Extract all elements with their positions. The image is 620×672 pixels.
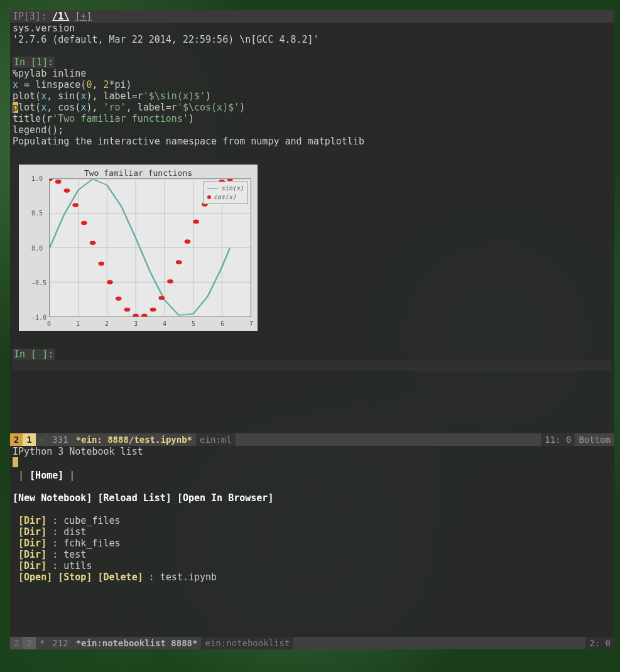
nblist-title: IPython 3 Notebook list <box>13 446 612 457</box>
svg-point-30 <box>193 220 199 224</box>
code-line[interactable]: %pylab inline <box>13 68 612 79</box>
status-line-col: 2: 0 <box>585 637 614 649</box>
mode-name: ein:ml <box>200 435 232 445</box>
in-prompt-row: In [1]: <box>13 57 612 68</box>
code-line[interactable]: sys.version <box>13 23 612 34</box>
status-star: * <box>36 637 48 649</box>
new-notebook-button[interactable]: [New Notebook] <box>13 492 92 504</box>
dir-row: [Dir] : fchk_files <box>13 538 612 549</box>
svg-point-20 <box>107 280 113 285</box>
status-pos: Bottom <box>575 433 614 446</box>
file-name: test.ipynb <box>160 572 217 583</box>
svg-point-26 <box>158 296 165 300</box>
output-line: '2.7.6 (default, Mar 22 2014, 22:59:56) … <box>13 34 612 45</box>
action-row: [New Notebook] [Reload List] [Open In Br… <box>13 492 612 504</box>
dir-name: test <box>63 549 86 560</box>
status-indicator-2: 1 <box>23 433 35 446</box>
spacer <box>13 147 612 158</box>
code-line[interactable]: plot(x, sin(x), label=r'$\sin(x)$') <box>13 90 612 102</box>
status-line-col: 11: 0 <box>541 433 575 446</box>
svg-point-18 <box>90 241 96 246</box>
svg-point-27 <box>167 279 173 284</box>
notebook-pane: IP[3]: /1\ [+] sys.version '2.7.6 (defau… <box>10 10 614 446</box>
file-row: [Open] [Stop] [Delete] : test.ipynb <box>13 572 612 583</box>
delete-button[interactable]: [Delete] <box>97 572 143 583</box>
svg-point-34 <box>227 179 233 181</box>
svg-point-15 <box>64 188 70 193</box>
output-line: Populating the interactive namespace fro… <box>13 136 612 147</box>
mode-line-top: 2 1 - 331 *ein: 8888/test.ipynb* ein:ml … <box>10 433 614 446</box>
svg-point-23 <box>133 314 139 317</box>
svg-point-22 <box>124 308 131 312</box>
spacer <box>13 504 612 515</box>
spacer <box>13 337 612 349</box>
legend-entry: cos(x) <box>207 193 244 202</box>
code-line[interactable]: legend(); <box>13 124 612 136</box>
dir-name: utils <box>63 560 92 572</box>
status-indicator-2: 2 <box>23 637 35 649</box>
dir-name: dist <box>63 526 86 538</box>
tab-bar: IP[3]: /1\ [+] <box>10 10 614 23</box>
cursor <box>13 457 18 467</box>
svg-point-25 <box>150 308 156 312</box>
svg-point-17 <box>81 221 87 225</box>
dir-link[interactable]: [Dir] <box>18 549 46 560</box>
empty-cell[interactable] <box>13 360 612 371</box>
dir-row: [Dir] : utils <box>13 560 612 572</box>
stop-button[interactable]: [Stop] <box>58 572 92 583</box>
svg-point-28 <box>176 260 182 264</box>
code-line[interactable]: title(r'Two familiar functions') <box>13 113 612 124</box>
home-link[interactable]: [Home] <box>30 470 63 481</box>
dir-link[interactable]: [Dir] <box>18 560 46 572</box>
dir-link[interactable]: [Dir] <box>18 515 46 526</box>
dir-row: [Dir] : dist <box>13 526 612 538</box>
nav-row: | [Home] | <box>13 470 612 481</box>
plot-title: Two familiar functions <box>19 168 258 178</box>
tab-active[interactable]: /1\ <box>52 11 69 22</box>
code-line[interactable]: x = linspace(0, 2*pi) <box>13 79 612 90</box>
spacer <box>13 481 612 492</box>
buffer-name: *ein:notebooklist 8888* <box>76 638 198 648</box>
status-dash: - <box>36 433 48 446</box>
svg-point-13 <box>50 179 53 181</box>
dir-name: fchk_files <box>63 538 120 549</box>
dir-link[interactable]: [Dir] <box>18 538 46 549</box>
svg-point-14 <box>55 180 62 184</box>
svg-point-19 <box>98 261 104 266</box>
code-line[interactable]: plot(x, cos(x), 'ro', label=r'$\cos(x)$'… <box>13 102 612 113</box>
notebook-content[interactable]: sys.version '2.7.6 (default, Mar 22 2014… <box>10 23 614 371</box>
dir-row: [Dir] : test <box>13 549 612 560</box>
status-line-num: 212 <box>48 637 72 649</box>
notebooklist-content[interactable]: IPython 3 Notebook list | [Home] | [New … <box>10 446 614 583</box>
spacer <box>13 45 612 57</box>
tab-prefix: IP[3]: <box>13 11 46 22</box>
in-prompt-row: In [ ]: <box>13 349 612 360</box>
open-in-browser-button[interactable]: [Open In Browser] <box>177 492 274 504</box>
tab-add-button[interactable]: [+] <box>75 11 92 22</box>
reload-list-button[interactable]: [Reload List] <box>97 492 171 504</box>
open-button[interactable]: [Open] <box>18 572 52 583</box>
notebooklist-pane: IPython 3 Notebook list | [Home] | [New … <box>10 446 614 649</box>
svg-point-24 <box>141 314 148 317</box>
legend-entry: sin(x) <box>207 184 244 193</box>
buffer-name: *ein: 8888/test.ipynb* <box>76 435 192 445</box>
svg-point-16 <box>72 203 79 207</box>
dir-name: cube_files <box>63 515 120 526</box>
mode-line-bottom: 2 2 * 212 *ein:notebooklist 8888* ein:no… <box>10 637 614 649</box>
dir-link[interactable]: [Dir] <box>18 526 46 538</box>
cursor-row <box>13 457 612 470</box>
status-line-num: 331 <box>48 433 72 446</box>
svg-point-29 <box>185 239 191 244</box>
svg-point-21 <box>116 296 122 301</box>
dir-row: [Dir] : cube_files <box>13 515 612 526</box>
status-indicator-1: 2 <box>10 637 23 649</box>
cursor: p <box>13 102 18 113</box>
plot-axes: sin(x) cos(x) <box>49 178 251 317</box>
plot-legend: sin(x) cos(x) <box>203 182 248 204</box>
status-indicator-1: 2 <box>10 433 23 446</box>
in-prompt: In [1]: <box>13 57 55 68</box>
in-prompt: In [ ]: <box>13 349 55 360</box>
plot-output: Two familiar functions sin(x) cos(x) -1.… <box>19 165 258 331</box>
mode-name: ein:notebooklist <box>205 638 290 648</box>
